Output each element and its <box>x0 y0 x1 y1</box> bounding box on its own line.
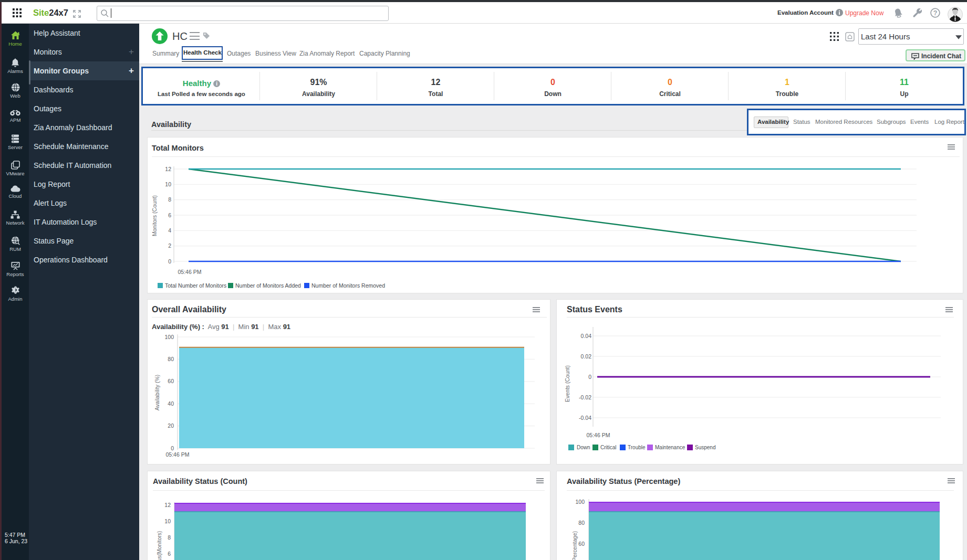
svg-text:100: 100 <box>164 334 174 340</box>
svg-text:Number of Monitors Removed: Number of Monitors Removed <box>311 282 385 289</box>
svg-text:0.02: 0.02 <box>581 353 592 360</box>
svg-text:10: 10 <box>164 518 171 524</box>
svg-text:4: 4 <box>168 227 171 234</box>
svg-text:2: 2 <box>168 242 171 249</box>
svg-text:Total Number of Monitors: Total Number of Monitors <box>165 282 226 289</box>
svg-text:40: 40 <box>168 400 174 407</box>
svg-text:05:46 PM: 05:46 PM <box>178 269 202 275</box>
svg-text:6: 6 <box>168 551 171 557</box>
svg-text:80: 80 <box>168 356 174 362</box>
svg-text:0.04: 0.04 <box>581 333 592 339</box>
svg-text:0: 0 <box>588 374 591 380</box>
svg-text:10: 10 <box>165 181 171 187</box>
svg-text:60: 60 <box>168 378 174 384</box>
svg-text:-0.02: -0.02 <box>579 394 591 400</box>
svg-text:Critical: Critical <box>600 445 617 450</box>
svg-text:12: 12 <box>164 502 171 508</box>
svg-text:80: 80 <box>578 520 585 526</box>
svg-text:0: 0 <box>168 258 171 265</box>
svg-text:?: ? <box>933 9 938 17</box>
svg-text:Suspend: Suspend <box>695 445 715 450</box>
svg-text:Trouble: Trouble <box>628 445 646 450</box>
svg-text:Monitors (Count): Monitors (Count) <box>151 195 158 236</box>
svg-text:100: 100 <box>575 499 585 505</box>
svg-text:20: 20 <box>168 422 174 429</box>
svg-text:Status(Percentage): Status(Percentage) <box>571 531 578 560</box>
svg-text:Maintenance: Maintenance <box>655 445 685 450</box>
svg-text:8: 8 <box>168 534 171 541</box>
svg-text:Events (Count): Events (Count) <box>564 365 570 402</box>
svg-text:Down: Down <box>577 445 590 450</box>
svg-text:05:46 PM: 05:46 PM <box>587 432 610 438</box>
svg-text:8: 8 <box>168 196 171 203</box>
svg-text:Number of Monitors Added: Number of Monitors Added <box>235 282 301 289</box>
svg-text:-0.04: -0.04 <box>579 415 591 421</box>
svg-text:Availability (%): Availability (%) <box>154 375 160 411</box>
svg-text:0: 0 <box>171 445 174 451</box>
svg-text:05:46 PM: 05:46 PM <box>166 451 190 458</box>
svg-text:60: 60 <box>578 541 585 547</box>
svg-text:6: 6 <box>168 212 171 218</box>
svg-text:12: 12 <box>165 166 171 172</box>
svg-text:Status(Monitors): Status(Monitors) <box>156 531 162 560</box>
